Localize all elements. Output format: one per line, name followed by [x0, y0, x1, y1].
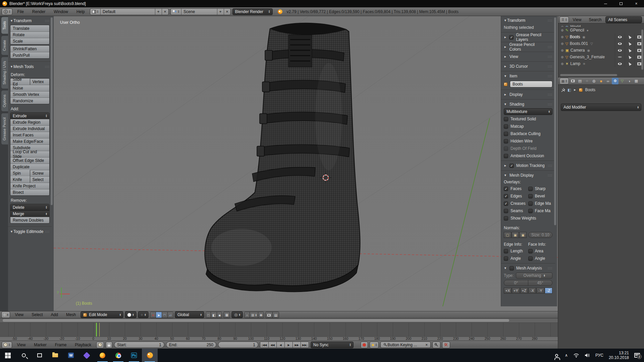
- outliner-row-boots-001[interactable]: ⊕ ▽ Boots.001 ▽: [558, 40, 644, 47]
- translate-button[interactable]: Translate: [10, 25, 49, 32]
- manipulator-rotate-button[interactable]: ◠: [162, 312, 168, 318]
- backface-culling-check[interactable]: Backface Culling: [504, 130, 552, 137]
- duplicate-button[interactable]: Duplicate: [10, 164, 49, 170]
- visibility-eye-icon[interactable]: [618, 49, 622, 52]
- prev-keyframe-button[interactable]: ◀◀: [268, 342, 276, 348]
- tab-grease-pencil[interactable]: Grease Pencil: [1, 113, 8, 144]
- start-frame-field[interactable]: Start:1: [114, 342, 164, 348]
- faces-check[interactable]: Faces: [504, 185, 528, 192]
- current-frame-field[interactable]: 1: [218, 342, 258, 348]
- people-icon[interactable]: [555, 354, 558, 357]
- taskbar-search-button[interactable]: [16, 349, 32, 362]
- material-tab[interactable]: ◑: [626, 78, 633, 84]
- renderability-icon[interactable]: [637, 42, 641, 45]
- vertex-select-button[interactable]: □: [206, 312, 211, 318]
- snap-toggle-button[interactable]: ∩: [245, 312, 250, 318]
- delete-keyframes-button[interactable]: [442, 342, 450, 348]
- clear-keying-set-icon[interactable]: ×: [425, 343, 428, 347]
- visibility-eye-icon[interactable]: [618, 63, 622, 65]
- np-3d-cursor-header[interactable]: ►3D Cursor::::: [504, 63, 552, 70]
- timeline-hscrollbar[interactable]: [0, 318, 558, 323]
- smooth-vertex-button[interactable]: Smooth Vertex: [10, 91, 49, 98]
- sync-dropdown[interactable]: No Sync▴▾: [311, 342, 354, 348]
- snap-target-button[interactable]: ✥: [258, 312, 264, 318]
- start-button[interactable]: [0, 349, 16, 362]
- shading-mode-dropdown[interactable]: Multitexture▴▾: [504, 108, 552, 115]
- bisect-button[interactable]: Bisect: [10, 189, 49, 195]
- notification-center-button[interactable]: 2: [634, 353, 640, 358]
- visibility-eye-icon[interactable]: [618, 43, 622, 45]
- close-button[interactable]: ×: [629, 0, 644, 7]
- axis-plus-x-button[interactable]: +X: [504, 288, 512, 294]
- selectability-icon[interactable]: [628, 48, 632, 53]
- photoshop-button[interactable]: Ps: [126, 349, 142, 362]
- jump-to-start-button[interactable]: |◀◀: [260, 342, 268, 348]
- motion-tracking-checkbox[interactable]: [509, 164, 514, 168]
- outliner-menu-search[interactable]: Search: [585, 17, 605, 22]
- face-select-button[interactable]: ■: [217, 312, 222, 318]
- snap-element-dropdown[interactable]: ⊞▴▾: [250, 312, 258, 318]
- edge-angle-check[interactable]: Angle: [504, 255, 528, 262]
- outliner-row-genesis[interactable]: ⊕ ▽ Genesis_3_Female: [558, 54, 644, 60]
- tab-tools[interactable]: Tools: [1, 17, 8, 34]
- offset-edge-slide-button[interactable]: Offset Edge Slide: [10, 157, 49, 164]
- speaker-icon[interactable]: [585, 353, 590, 358]
- tab-options[interactable]: Options: [1, 90, 8, 111]
- taskbar-clock[interactable]: 13:21 20.10.2018: [609, 351, 629, 360]
- maximize-button[interactable]: [613, 0, 629, 7]
- render-layers-tab[interactable]: ▤: [577, 78, 583, 84]
- selectability-icon[interactable]: [628, 42, 632, 46]
- extrude-individual-button[interactable]: Extrude Individual: [10, 125, 49, 132]
- shrink-fatten-button[interactable]: Shrink/Fatten: [10, 46, 49, 52]
- manipulator-axes-button[interactable]: ✛: [150, 312, 156, 318]
- mesh-tools-panel-header[interactable]: ▼ Mesh Tools::::: [10, 63, 50, 70]
- remove-doubles-button[interactable]: Remove Doubles: [10, 217, 49, 223]
- edges-check[interactable]: Edges: [504, 192, 528, 200]
- firefox-button[interactable]: [95, 349, 110, 362]
- renderability-icon[interactable]: [637, 62, 641, 65]
- mesh-analysis-checkbox[interactable]: [509, 266, 514, 270]
- view3d-menu-select[interactable]: Select: [28, 312, 46, 317]
- timeline-frames[interactable]: [0, 323, 558, 337]
- modifiers-tab[interactable]: ⚙: [612, 78, 619, 84]
- view3d-menu-view[interactable]: View: [11, 312, 27, 317]
- axis-minus-x-button[interactable]: -X: [528, 288, 536, 294]
- viewport-shading-dropdown[interactable]: ▴▾: [125, 311, 137, 318]
- auto-keyframe-button[interactable]: [361, 342, 368, 348]
- tab-shading-uvs[interactable]: Shading / UVs: [1, 57, 8, 88]
- ambient-occlusion-check[interactable]: Ambient Occlusion: [504, 152, 552, 160]
- slide-edge-button[interactable]: Slide Ed: [10, 78, 30, 85]
- delete-layout-button[interactable]: ×: [162, 9, 168, 15]
- screen-layout-name[interactable]: Default: [101, 9, 155, 15]
- renderability-icon[interactable]: [637, 56, 641, 59]
- edge-select-button[interactable]: ◧: [211, 312, 217, 318]
- chrome-button[interactable]: [110, 349, 126, 362]
- n-panel-scrollbar[interactable]: [554, 17, 556, 225]
- np-motion-tracking-header[interactable]: ► Motion Tracking::::: [504, 162, 552, 169]
- use-preview-range-button[interactable]: [96, 342, 104, 348]
- timeline-editor-dropdown[interactable]: ▴▾: [2, 342, 12, 348]
- current-frame-marker[interactable]: [96, 323, 97, 337]
- selectability-icon[interactable]: [628, 62, 632, 66]
- loose-edge-normals-toggle[interactable]: ▣: [512, 232, 519, 238]
- limit-to-visible-button[interactable]: ▦: [223, 312, 230, 318]
- jump-to-end-button[interactable]: ▶▶|: [301, 342, 309, 348]
- toolshelf-scrollbar[interactable]: [51, 17, 53, 205]
- inset-faces-button[interactable]: Inset Faces: [10, 132, 49, 138]
- manipulator-scale-button[interactable]: ▱: [167, 312, 173, 318]
- axis-minus-z-button[interactable]: -Z: [545, 288, 552, 294]
- axis-plus-y-button[interactable]: +Y: [512, 288, 520, 294]
- knife-select-button[interactable]: Select: [30, 176, 50, 183]
- view3d-menu-add[interactable]: Add: [48, 312, 61, 317]
- push-pull-button[interactable]: Push/Pull: [10, 52, 49, 58]
- merge-menu[interactable]: Merge▴▾: [10, 210, 49, 217]
- pin-icon[interactable]: [561, 88, 565, 92]
- object-data-tab[interactable]: ▽: [619, 78, 626, 84]
- render-engine-dropdown[interactable]: Blender Render▴▾: [232, 8, 273, 15]
- minimize-button[interactable]: [598, 0, 613, 7]
- outliner-scope-dropdown[interactable]: All Scenes: [605, 16, 642, 23]
- vertex-normals-toggle[interactable]: ▢: [504, 232, 511, 238]
- np-item-header[interactable]: ▼Item::::: [504, 72, 552, 80]
- menu-render[interactable]: Render: [29, 9, 49, 14]
- pivot-dropdown[interactable]: ⁘ ▴▾: [138, 311, 149, 318]
